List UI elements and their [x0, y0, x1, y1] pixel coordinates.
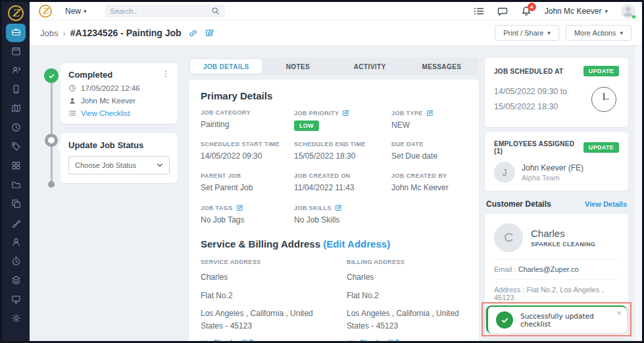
print-share-button[interactable]: Print / Share ▾	[495, 25, 559, 41]
bell-icon[interactable]: 4	[521, 6, 532, 16]
employee-name: John Keever (FE)	[522, 163, 583, 172]
success-check-icon	[496, 311, 513, 329]
copy-icon	[11, 199, 21, 211]
scrollbar[interactable]	[634, 46, 642, 341]
set-parent-job-link[interactable]: Set Parent Job	[201, 183, 294, 192]
customer-email: Charles@Zuper.co	[518, 265, 579, 273]
close-icon[interactable]: ×	[616, 308, 622, 318]
search-input[interactable]	[111, 7, 211, 15]
sidebar-item-folder[interactable]	[6, 176, 26, 195]
field-label: PARENT JOB	[201, 172, 241, 179]
clock-icon	[11, 122, 21, 135]
sidebar-item-map[interactable]	[6, 100, 26, 119]
update-employees-button[interactable]: UPDATE	[583, 142, 619, 153]
envelope-icon	[201, 339, 209, 341]
view-details-link[interactable]: View Details	[585, 200, 627, 208]
map-icon	[11, 103, 21, 116]
tab-messages[interactable]: MESSAGES	[406, 59, 478, 74]
address-section-heading: Service & Billing Address (Edit Address)	[201, 238, 467, 250]
main-area: Z New ▾ 4	[30, 2, 642, 341]
edit-icon[interactable]	[426, 109, 433, 117]
timeline-ring-icon	[45, 134, 58, 147]
sidebar-item-tag[interactable]	[6, 138, 26, 157]
online-status-dot	[632, 14, 636, 19]
chat-icon[interactable]	[497, 6, 508, 16]
field-value: No Job Tags	[201, 215, 294, 224]
sidebar-item-clock[interactable]	[6, 119, 26, 138]
field-value: Painting	[201, 120, 294, 129]
breadcrumb-jobs-link[interactable]: Jobs	[40, 28, 58, 38]
sidebar-item-monitor[interactable]	[6, 291, 26, 309]
status-title: Completed	[68, 70, 112, 80]
avatar[interactable]	[621, 4, 635, 18]
timeline-line	[51, 68, 53, 184]
address-line: Flat No.2	[347, 290, 482, 302]
address-line: Los Angeles , California , United States…	[347, 307, 482, 332]
page-title: #A1234526 - Painting Job	[70, 28, 182, 38]
employee-avatar: J	[494, 162, 515, 183]
billing-address-label: BILLING ADDRESS	[347, 259, 405, 265]
sidebar-item-jobs[interactable]	[6, 24, 26, 42]
field-scheduled-end: SCHEDULED END TIME 15/05/2022 18:30	[294, 141, 391, 163]
sidebar-item-timer[interactable]	[6, 253, 26, 271]
view-checklist-link[interactable]: View Checklist	[81, 109, 130, 117]
field-due-date: DUE DATE Set Due date	[391, 141, 467, 163]
field-job-skills: JOB SKILLS No Job Skills	[294, 204, 391, 226]
mobile-icon	[11, 84, 21, 97]
list-menu-icon[interactable]	[474, 6, 484, 16]
edit-address-link[interactable]: (Edit Address)	[323, 238, 390, 250]
more-actions-button[interactable]: More Actions ▾	[566, 25, 632, 41]
timer-icon	[11, 256, 21, 269]
envelope-icon	[347, 339, 355, 341]
customer-card: C Charles SPARKLE CLEANING Email : Charl…	[485, 214, 628, 311]
new-button[interactable]: New ▾	[65, 7, 87, 16]
search-box	[105, 5, 225, 18]
edit-title-icon[interactable]	[205, 28, 214, 38]
billing-email-link[interactable]: Charles@Zuper.co	[359, 338, 425, 341]
employees-assigned-card: EMPLOYEES ASSIGNED (1) UPDATE J John Kee…	[485, 132, 628, 191]
customer-name: Charles	[531, 228, 595, 239]
edit-icon[interactable]	[236, 204, 243, 211]
scheduled-from: 14/05/2022 09:30 to	[494, 84, 567, 99]
field-label: JOB TYPE	[391, 110, 423, 117]
sidebar-item-layers[interactable]	[6, 272, 26, 290]
field-label: JOB SKILLS	[294, 205, 332, 211]
copy-link-icon[interactable]	[188, 28, 198, 38]
tab-activity[interactable]: ACTIVITY	[334, 59, 406, 74]
sidebar-item-user-group[interactable]	[6, 62, 26, 80]
address-heading-text: Service & Billing Address	[201, 238, 320, 250]
edit-icon[interactable]	[342, 109, 349, 117]
sidebar-item-gear[interactable]	[6, 310, 26, 329]
sidebar-item-calendar[interactable]	[6, 43, 26, 61]
sidebar-item-grid[interactable]	[6, 157, 26, 176]
sidebar-item-brush[interactable]	[6, 215, 26, 233]
edit-icon[interactable]	[335, 204, 342, 211]
job-status-select[interactable]: Choose Job Status	[68, 156, 170, 174]
address-label: Address :	[494, 286, 527, 294]
checklist-icon	[68, 109, 76, 117]
user-menu[interactable]: John Mc Keever ▾	[545, 7, 608, 16]
sidebar-item-user[interactable]	[6, 234, 26, 252]
service-email-link[interactable]: Charles@Zuper.co	[213, 338, 279, 341]
sidebar-item-copy[interactable]	[6, 196, 26, 214]
update-status-card: Update Job Status Choose Job Status	[61, 133, 178, 183]
zuper-logo-icon: Z	[8, 5, 24, 21]
set-due-date-link[interactable]: Set Due date	[391, 151, 467, 161]
status-timestamp: 17/05/2022 12:46	[81, 84, 140, 92]
address-line: Los Angeles , California , United States…	[201, 307, 335, 332]
field-job-category: JOB CATEGORY Painting	[201, 109, 294, 132]
tab-notes[interactable]: NOTES	[262, 59, 334, 74]
sidebar-item-mobile[interactable]	[6, 81, 26, 99]
field-label: DUE DATE	[391, 141, 424, 147]
sidebar: Z	[2, 2, 30, 341]
kebab-menu-icon[interactable]: ⋮	[162, 70, 170, 78]
field-label: JOB PRIORITY	[294, 110, 339, 117]
update-schedule-button[interactable]: UPDATE	[583, 66, 619, 76]
scheduled-to: 15/05/2022 18:30	[494, 99, 567, 115]
tag-icon	[11, 142, 21, 154]
zuper-logo-icon[interactable]: Z	[39, 5, 52, 18]
field-label: JOB CREATED BY	[391, 172, 447, 179]
tab-job-details[interactable]: JOB DETAILS	[190, 59, 262, 74]
more-actions-label: More Actions	[574, 29, 616, 37]
search-icon[interactable]	[211, 7, 220, 15]
